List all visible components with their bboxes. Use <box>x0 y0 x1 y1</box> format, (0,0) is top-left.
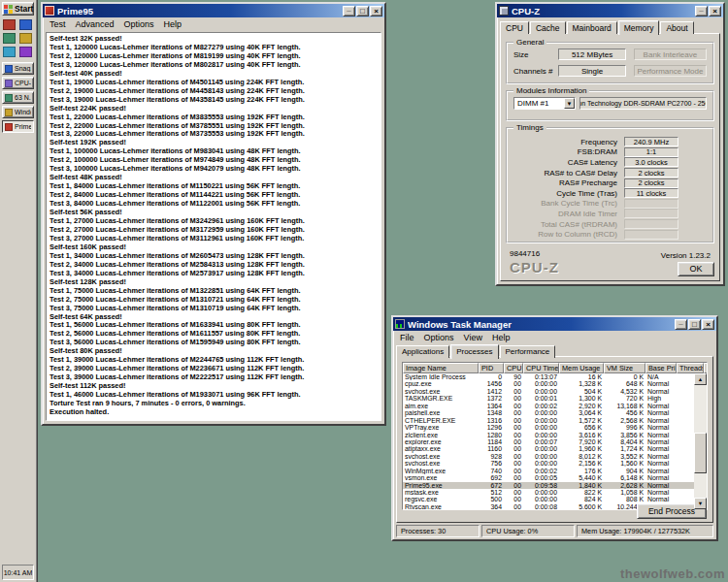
taskbar-button-63-n[interactable]: 63 N... <box>2 91 34 104</box>
maximize-icon <box>692 320 697 329</box>
taskbar-button-prime[interactable]: Prime... <box>2 120 34 133</box>
process-row[interactable]: WinMgmt.exe740000:00:02176 K904 KNormal3 <box>403 468 707 474</box>
process-row[interactable]: paishell.exe1348000:00:003,064 K456 KNor… <box>403 409 707 416</box>
prime95-output: Self-test 32K passed!Test 1, 120000 Luca… <box>46 32 381 421</box>
process-row[interactable]: CTHELPER.EXE1316000:00:001,572 K2,568 KN… <box>403 417 707 424</box>
maximize-button[interactable] <box>356 6 369 16</box>
cell: 00 <box>504 460 523 467</box>
taskbar-button-cpu-z[interactable]: CPU-Z <box>2 77 34 89</box>
process-row[interactable]: VPTray.exe1296000:00:00656 K996 KNormal2 <box>403 424 707 431</box>
menu-options[interactable]: Options <box>119 19 159 29</box>
cell: 0:00:02 <box>523 468 559 474</box>
quick-launch-icon-5[interactable] <box>3 47 16 57</box>
quick-launch-icon-2[interactable] <box>19 19 32 30</box>
scroll-down-icon[interactable] <box>694 498 707 509</box>
close-button[interactable] <box>370 6 382 16</box>
taskbar-button-windo[interactable]: Windo... <box>2 106 34 118</box>
menu-help[interactable]: Help <box>487 333 515 342</box>
menu-help[interactable]: Help <box>159 19 187 29</box>
column-header-cpu-time[interactable]: CPU Time <box>523 363 559 373</box>
column-header-pid[interactable]: PID <box>479 363 504 373</box>
task-manager-titlebar[interactable]: Windows Task Manager <box>393 317 716 331</box>
cell: 00 <box>504 489 523 496</box>
scroll-up-icon[interactable] <box>694 373 707 385</box>
process-row[interactable]: vsmon.exe692000:00:055,440 K6,148 KNorma… <box>403 474 707 481</box>
quick-launch-icon-4[interactable] <box>19 33 32 44</box>
timing-value-field: 240.9 MHz <box>624 137 678 146</box>
vertical-scrollbar[interactable] <box>694 373 707 509</box>
process-row[interactable]: svchost.exe1412000:00:00504 K4,532 KNorm… <box>403 388 707 395</box>
menu-file[interactable]: File <box>395 333 419 342</box>
task-manager-window: Windows Task Manager FileOptionsViewHelp… <box>391 315 718 541</box>
tab-processes[interactable]: Processes <box>450 344 498 359</box>
tab-memory[interactable]: Memory <box>618 20 660 35</box>
tab-performance[interactable]: Performance <box>500 345 556 358</box>
column-header-threads[interactable]: Threads <box>677 363 704 373</box>
process-row[interactable]: TASKMGR.EXE1372000:00:011,300 K720 KHigh… <box>403 395 707 402</box>
quick-launch-icon-3[interactable] <box>3 33 16 44</box>
process-row[interactable]: aim.exe1364000:00:022,920 K13,168 KNorma… <box>403 403 707 409</box>
scrollbar-track[interactable] <box>694 385 707 498</box>
column-header-base-pri[interactable]: Base Pri <box>645 363 677 373</box>
cell: Normal <box>645 468 677 474</box>
cpuz-titlebar[interactable]: CPU-Z <box>497 4 723 17</box>
minimize-button[interactable] <box>343 6 355 16</box>
cpuz-memory-page: General Size 512 MBytes Bank Interleave … <box>500 33 720 281</box>
timing-row: Frequency240.9 MHz <box>510 137 711 147</box>
menu-options[interactable]: Options <box>419 333 459 342</box>
cell: 1,960 K <box>559 445 604 452</box>
tab-applications[interactable]: Applications <box>396 345 449 358</box>
process-row[interactable]: cpuz.exe1456000:00:001,328 K648 KNormal2 <box>403 380 707 387</box>
close-button[interactable] <box>709 6 721 16</box>
minimize-button[interactable] <box>675 319 687 330</box>
memory-size-field: 512 MBytes <box>558 48 625 60</box>
cell: 00 <box>504 380 523 387</box>
process-row[interactable]: regsvc.exe500000:00:00824 K808 KNormal2 <box>403 496 707 502</box>
tab-cpu[interactable]: CPU <box>500 21 529 34</box>
menu-test[interactable]: Test <box>45 19 71 29</box>
quick-launch-icon-1[interactable] <box>3 19 16 30</box>
process-row[interactable]: Prime95.exe672000:09:581,840 K2,628 KNor… <box>403 482 707 489</box>
menu-view[interactable]: View <box>459 333 487 342</box>
dimm-select-value: DIMM #1 <box>517 99 548 108</box>
process-row[interactable]: svchost.exe928000:00:008,012 K3,552 KNor… <box>403 453 707 460</box>
cell: 00 <box>504 474 523 481</box>
process-row[interactable]: System Idle Process0900:13:0716 K0 KN/A1 <box>403 373 707 380</box>
process-row[interactable]: mstask.exe512000:00:00822 K1,058 KNormal… <box>403 489 707 496</box>
timing-row: Row to Column (tRCD) <box>510 229 711 240</box>
cell: zlclient.exe <box>403 432 479 438</box>
tab-mainboard[interactable]: Mainboard <box>567 21 617 34</box>
taskbar-button-snag[interactable]: Snag... <box>2 62 34 75</box>
watermark: thewolfweb.com <box>620 566 725 581</box>
cell: 1,058 K <box>604 489 645 496</box>
scrollbar-thumb[interactable] <box>694 433 707 473</box>
tab-about[interactable]: About <box>660 21 693 34</box>
cell: 00 <box>504 409 523 416</box>
cell: 0:00:00 <box>523 409 559 416</box>
column-header-image-name[interactable]: Image Name <box>403 363 479 373</box>
process-row[interactable]: svchost.exe756000:00:002,156 K1,560 KNor… <box>403 460 707 467</box>
prime95-titlebar[interactable]: Prime95 <box>43 4 384 17</box>
process-row[interactable]: atiptaxx.exe1160000:00:001,960 K1,724 KN… <box>403 445 707 452</box>
process-row[interactable]: explorer.exe1184000:00:077,920 K8,404 KN… <box>403 438 707 445</box>
cell: 0:00:00 <box>523 489 559 496</box>
column-header-vm-size[interactable]: VM Size <box>604 363 645 373</box>
ok-button[interactable]: OK <box>678 262 714 276</box>
dimm-select[interactable]: DIMM #1 <box>513 97 576 110</box>
close-icon <box>374 7 379 16</box>
process-row[interactable]: zlclient.exe1280000:00:003,616 K3,856 KN… <box>403 432 707 438</box>
minimize-icon <box>699 4 703 13</box>
quick-launch-icon-6[interactable] <box>19 47 32 57</box>
column-header-cpu[interactable]: CPU <box>504 363 523 373</box>
close-button[interactable] <box>702 319 714 330</box>
minimize-button[interactable] <box>695 6 708 16</box>
start-button[interactable]: Start <box>2 2 34 16</box>
menu-advanced[interactable]: Advanced <box>71 19 119 29</box>
timing-row: RAS# Precharge2 clocks <box>510 178 711 188</box>
maximize-button[interactable] <box>688 319 701 330</box>
chevron-down-icon[interactable] <box>564 98 575 109</box>
column-header-mem-usage[interactable]: Mem Usage <box>559 363 604 373</box>
cell: 822 K <box>559 489 604 496</box>
task-button-label: Prime... <box>15 123 31 130</box>
tab-cache[interactable]: Cache <box>530 21 566 34</box>
